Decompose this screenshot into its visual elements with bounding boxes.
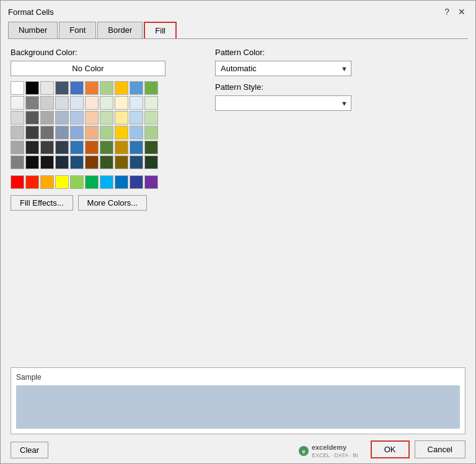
standard-color-swatch[interactable] (144, 175, 158, 189)
color-swatch[interactable] (11, 126, 24, 139)
color-swatch[interactable] (144, 111, 158, 125)
color-swatch[interactable] (70, 81, 84, 95)
theme-color-row-2 (11, 111, 196, 125)
pattern-color-select[interactable]: Automatic (215, 61, 351, 76)
pattern-style-label: Pattern Style: (215, 82, 465, 92)
color-swatch[interactable] (55, 81, 69, 95)
color-swatch[interactable] (115, 81, 128, 95)
color-swatch[interactable] (70, 141, 84, 154)
color-swatch[interactable] (100, 96, 113, 110)
color-swatch[interactable] (25, 155, 39, 169)
color-swatch[interactable] (70, 96, 84, 110)
standard-color-swatch[interactable] (55, 175, 69, 189)
color-swatch[interactable] (115, 141, 128, 154)
color-swatch[interactable] (25, 126, 39, 139)
color-swatch[interactable] (55, 126, 69, 139)
color-swatch[interactable] (40, 141, 54, 154)
left-column: Background Color: No Color Fill Effects.… (11, 48, 196, 211)
color-swatch[interactable] (25, 111, 39, 125)
color-swatch[interactable] (144, 126, 158, 139)
color-swatch[interactable] (70, 126, 84, 139)
bottom-row: Clear e exceldemy EXCEL · DATA · BI OK C… (1, 440, 475, 463)
standard-color-swatch[interactable] (85, 175, 99, 189)
standard-color-swatch[interactable] (70, 175, 84, 189)
color-swatch[interactable] (11, 141, 24, 154)
close-button[interactable]: ✕ (456, 6, 468, 18)
color-swatch[interactable] (130, 111, 143, 125)
dialog-content: Background Color: No Color Fill Effects.… (1, 39, 475, 440)
color-swatch[interactable] (115, 96, 128, 110)
color-swatch[interactable] (130, 126, 143, 139)
standard-color-swatch[interactable] (115, 175, 128, 189)
standard-color-swatch[interactable] (100, 175, 113, 189)
color-swatch[interactable] (25, 81, 39, 95)
fill-effects-button[interactable]: Fill Effects... (11, 195, 73, 211)
color-swatch[interactable] (100, 81, 113, 95)
format-cells-dialog: Format Cells ? ✕ Number Font Border Fill… (0, 0, 476, 464)
help-button[interactable]: ? (442, 6, 452, 18)
color-swatch[interactable] (130, 96, 143, 110)
color-swatch[interactable] (100, 155, 113, 169)
pattern-color-section: Pattern Color: Automatic ▼ (215, 48, 465, 76)
color-swatch[interactable] (70, 111, 84, 125)
color-swatch[interactable] (144, 141, 158, 154)
color-swatch[interactable] (11, 96, 24, 110)
color-swatch[interactable] (115, 111, 128, 125)
color-swatch[interactable] (11, 81, 24, 95)
color-swatch[interactable] (55, 111, 69, 125)
color-swatch[interactable] (85, 141, 99, 154)
no-color-button[interactable]: No Color (11, 61, 165, 76)
color-swatch[interactable] (144, 96, 158, 110)
color-swatch[interactable] (40, 111, 54, 125)
color-swatch[interactable] (85, 111, 99, 125)
standard-color-swatch[interactable] (25, 175, 39, 189)
color-swatch[interactable] (115, 126, 128, 139)
color-swatch[interactable] (55, 155, 69, 169)
color-swatch[interactable] (85, 155, 99, 169)
standard-color-swatch[interactable] (130, 175, 143, 189)
color-swatch[interactable] (100, 111, 113, 125)
theme-color-row-4 (11, 141, 196, 154)
more-colors-button[interactable]: More Colors... (78, 195, 148, 211)
title-controls: ? ✕ (442, 6, 468, 18)
dialog-title: Format Cells (8, 7, 54, 17)
ok-button[interactable]: OK (371, 440, 410, 458)
color-swatch[interactable] (115, 155, 128, 169)
pattern-style-select[interactable] (215, 95, 351, 111)
tab-number[interactable]: Number (8, 22, 58, 38)
theme-color-row-0 (11, 81, 196, 95)
theme-color-row-3 (11, 126, 196, 139)
color-swatch[interactable] (100, 141, 113, 154)
color-swatch[interactable] (130, 155, 143, 169)
standard-color-swatch[interactable] (11, 175, 24, 189)
clear-button[interactable]: Clear (11, 442, 48, 458)
tab-border[interactable]: Border (97, 22, 143, 38)
color-swatch[interactable] (85, 81, 99, 95)
theme-color-row-1 (11, 96, 196, 110)
color-swatch[interactable] (55, 96, 69, 110)
color-swatch[interactable] (144, 155, 158, 169)
color-swatch[interactable] (25, 96, 39, 110)
color-swatch[interactable] (100, 126, 113, 139)
color-swatch[interactable] (11, 155, 24, 169)
color-swatch[interactable] (40, 155, 54, 169)
standard-color-swatch[interactable] (40, 175, 54, 189)
color-swatch[interactable] (70, 155, 84, 169)
color-swatch[interactable] (40, 126, 54, 139)
color-swatch[interactable] (25, 141, 39, 154)
color-swatch[interactable] (144, 81, 158, 95)
pattern-style-dropdown-wrapper: ▼ (215, 95, 351, 111)
action-buttons: Fill Effects... More Colors... (11, 195, 196, 211)
color-swatch[interactable] (130, 141, 143, 154)
color-swatch[interactable] (11, 111, 24, 125)
tab-font[interactable]: Font (59, 22, 96, 38)
color-swatch[interactable] (85, 96, 99, 110)
tab-fill[interactable]: Fill (144, 22, 177, 38)
pattern-style-section: Pattern Style: ▼ (215, 82, 465, 111)
color-swatch[interactable] (85, 126, 99, 139)
color-swatch[interactable] (40, 96, 54, 110)
color-swatch[interactable] (40, 81, 54, 95)
color-swatch[interactable] (130, 81, 143, 95)
cancel-button[interactable]: Cancel (415, 440, 465, 458)
color-swatch[interactable] (55, 141, 69, 154)
